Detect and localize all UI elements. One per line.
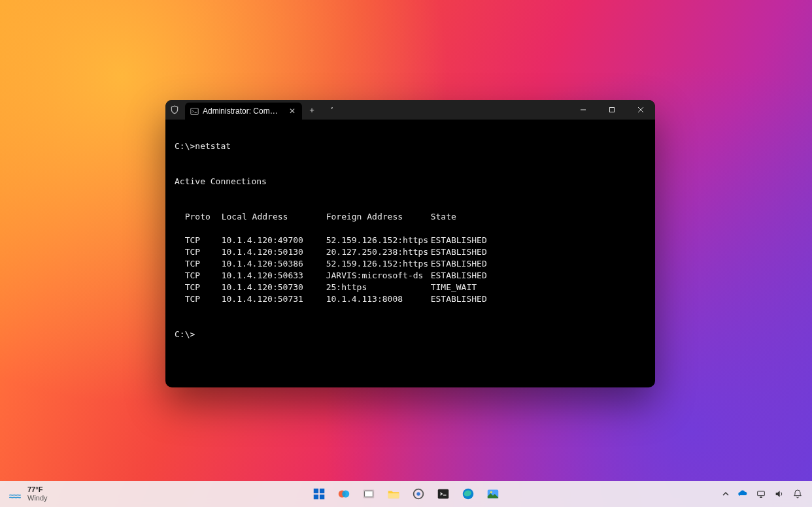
- netstat-row: TCP10.1.4.120:5073025:httpsTIME_WAIT: [175, 282, 646, 293]
- netstat-row: TCP10.1.4.120:4970052.159.126.152:httpsE…: [175, 235, 646, 246]
- svg-rect-5: [320, 495, 324, 499]
- netstat-header: Active Connections: [175, 176, 646, 188]
- shield-icon: [165, 100, 184, 120]
- svg-rect-0: [191, 108, 198, 114]
- weather-condition: Windy: [27, 494, 48, 502]
- task-view-icon[interactable]: [360, 485, 378, 503]
- weather-temp: 77°F: [27, 485, 48, 494]
- netstat-columns: ProtoLocal AddressForeign AddressState: [175, 211, 646, 223]
- svg-rect-1: [610, 108, 615, 112]
- notification-icon[interactable]: [792, 489, 803, 499]
- svg-rect-13: [438, 489, 449, 499]
- start-button[interactable]: [310, 485, 328, 503]
- copilot-icon[interactable]: [335, 485, 353, 503]
- system-tray: [722, 489, 812, 499]
- netstat-row: TCP10.1.4.120:5013020.127.250.238:httpsE…: [175, 246, 646, 258]
- svg-point-16: [490, 491, 492, 493]
- terminal-window: Administrator: Command Pro ✕ + ˅ C:\>net…: [165, 100, 655, 387]
- svg-rect-10: [388, 493, 399, 498]
- svg-rect-9: [365, 491, 373, 497]
- file-explorer-icon[interactable]: [384, 485, 403, 503]
- netstat-row: TCP10.1.4.120:50633JARVIS:microsoft-dsES…: [175, 270, 646, 282]
- weather-widget[interactable]: 77°F Windy: [0, 485, 48, 502]
- new-tab-button[interactable]: +: [302, 100, 322, 120]
- svg-rect-2: [314, 489, 318, 493]
- weather-icon: [8, 487, 22, 501]
- network-icon[interactable]: [756, 489, 766, 499]
- photos-icon[interactable]: [484, 485, 502, 503]
- maximize-button[interactable]: [598, 100, 626, 120]
- tab-title: Administrator: Command Pro: [203, 106, 281, 116]
- terminal-output[interactable]: C:\>netstat Active Connections ProtoLoca…: [165, 120, 655, 373]
- edge-icon[interactable]: [459, 485, 477, 503]
- netstat-row: TCP10.1.4.120:5073110.1.4.113:8008ESTABL…: [175, 293, 646, 305]
- netstat-row: TCP10.1.4.120:5038652.159.126.152:httpsE…: [175, 258, 646, 270]
- desktop-wallpaper: Administrator: Command Pro ✕ + ˅ C:\>net…: [0, 0, 812, 507]
- tab-command-prompt[interactable]: Administrator: Command Pro ✕: [185, 103, 302, 120]
- prompt-line: C:\>: [175, 329, 646, 340]
- settings-icon[interactable]: [409, 485, 428, 503]
- cmd-icon: [190, 107, 199, 116]
- svg-point-7: [342, 491, 349, 498]
- prompt-line: C:\>netstat: [175, 140, 646, 152]
- tab-close-button[interactable]: ✕: [286, 106, 298, 116]
- onedrive-icon[interactable]: [737, 489, 748, 499]
- close-button[interactable]: [626, 100, 655, 120]
- tray-chevron-icon[interactable]: [722, 490, 730, 498]
- svg-point-12: [416, 492, 420, 496]
- minimize-button[interactable]: [569, 100, 598, 120]
- svg-rect-4: [314, 495, 318, 499]
- svg-rect-3: [320, 489, 324, 493]
- volume-icon[interactable]: [774, 489, 785, 499]
- tab-dropdown-button[interactable]: ˅: [322, 100, 341, 120]
- svg-rect-17: [758, 491, 765, 496]
- titlebar-drag-region[interactable]: [341, 100, 569, 120]
- terminal-icon[interactable]: [434, 485, 452, 503]
- taskbar: 77°F Windy: [0, 481, 812, 507]
- window-titlebar[interactable]: Administrator: Command Pro ✕ + ˅: [165, 100, 655, 120]
